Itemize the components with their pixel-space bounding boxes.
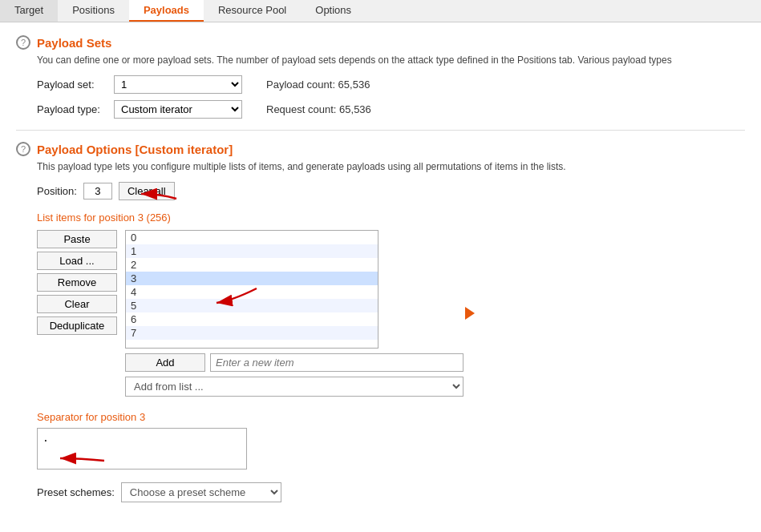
list-item[interactable]: 5 — [126, 299, 378, 312]
tab-positions[interactable]: Positions — [58, 0, 129, 22]
list-box-container: 0 1 2 3 4 5 6 7 Add — [125, 230, 463, 397]
list-item[interactable]: 0 — [126, 231, 378, 244]
payload-sets-help-icon[interactable]: ? — [16, 35, 30, 50]
list-item[interactable]: 7 — [126, 326, 378, 340]
list-item[interactable]: 4 — [126, 285, 378, 299]
tab-options[interactable]: Options — [301, 0, 366, 22]
clear-all-button[interactable]: Clear all — [119, 182, 175, 200]
remove-button[interactable]: Remove — [37, 273, 117, 292]
add-item-input[interactable] — [210, 353, 463, 372]
payload-set-row: Payload set: 1 2 3 Payload count: 65,536 — [37, 75, 745, 94]
separator-input[interactable]: . — [37, 428, 247, 470]
list-items-box[interactable]: 0 1 2 3 4 5 6 7 — [125, 230, 378, 349]
payload-options-header: ? Payload Options [Custom iterator] — [16, 142, 745, 156]
payload-options-section: ? Payload Options [Custom iterator] This… — [16, 142, 745, 502]
paste-button[interactable]: Paste — [37, 230, 117, 248]
list-item[interactable]: 6 — [126, 312, 378, 326]
preset-schemes-label: Preset schemes: — [37, 486, 115, 498]
list-action-buttons: Paste Load ... Remove Clear Deduplicate — [37, 230, 117, 335]
scroll-right-arrow-icon — [465, 307, 475, 320]
payload-options-help-icon[interactable]: ? — [16, 142, 30, 156]
payload-sets-description: You can define one or more payload sets.… — [37, 54, 745, 66]
list-area: Paste Load ... Remove Clear Deduplicate … — [37, 230, 745, 397]
list-item[interactable]: 2 — [126, 258, 378, 272]
separator-section: Separator for position 3 . — [37, 411, 745, 470]
preset-schemes-row: Preset schemes: Choose a preset scheme — [37, 482, 745, 502]
payload-set-label: Payload set: — [37, 79, 109, 91]
request-count: Request count: 65,536 — [266, 103, 371, 115]
add-from-list-row: Add from list ... — [125, 377, 463, 397]
add-from-list-select[interactable]: Add from list ... — [125, 377, 463, 397]
tab-payloads[interactable]: Payloads — [129, 0, 204, 22]
add-button[interactable]: Add — [125, 353, 205, 372]
payload-set-select[interactable]: 1 2 3 — [114, 75, 242, 94]
list-section-title: List items for position 3 (256) — [37, 212, 745, 224]
separator-title: Separator for position 3 — [37, 411, 745, 423]
section-divider — [16, 130, 745, 131]
list-section: List items for position 3 (256) Paste Lo… — [37, 212, 745, 397]
payload-sets-title: Payload Sets — [37, 36, 111, 50]
tab-resource-pool[interactable]: Resource Pool — [204, 0, 301, 22]
deduplicate-button[interactable]: Deduplicate — [37, 316, 117, 335]
position-row: Position: Clear all — [37, 182, 745, 200]
payload-sets-header: ? Payload Sets — [16, 35, 745, 50]
payload-options-title: Payload Options [Custom iterator] — [37, 143, 233, 156]
payload-options-description: This payload type lets you configure mul… — [37, 161, 745, 172]
list-item[interactable]: 3 — [126, 272, 378, 285]
payload-type-select[interactable]: Custom iterator Simple list Runtime file… — [114, 100, 242, 119]
position-label: Position: — [37, 185, 77, 197]
load-button[interactable]: Load ... — [37, 252, 117, 270]
preset-schemes-select[interactable]: Choose a preset scheme — [121, 482, 281, 502]
position-input[interactable] — [83, 183, 112, 200]
clear-button[interactable]: Clear — [37, 295, 117, 313]
payload-type-row: Payload type: Custom iterator Simple lis… — [37, 100, 745, 119]
main-content: ? Payload Sets You can define one or mor… — [0, 22, 761, 515]
payload-count: Payload count: 65,536 — [266, 79, 370, 91]
separator-input-wrap: . — [37, 428, 247, 470]
add-item-row: Add — [125, 353, 463, 372]
list-item[interactable]: 1 — [126, 244, 378, 258]
payload-type-label: Payload type: — [37, 103, 109, 115]
tab-target[interactable]: Target — [0, 0, 58, 22]
tab-bar: Target Positions Payloads Resource Pool … — [0, 0, 761, 22]
